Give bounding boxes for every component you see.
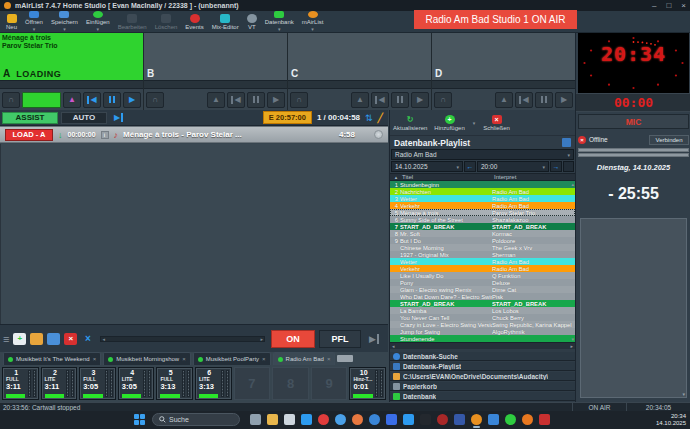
eject-icon[interactable]: ▲ — [207, 92, 225, 108]
store-icon[interactable] — [284, 414, 295, 425]
playlist-row[interactable]: 3 Wetter Radio Am Bad — [390, 195, 575, 202]
playlist-row[interactable]: 1927 - Original Mix Sherman — [390, 251, 575, 258]
cartwall-slot[interactable]: 7 — [234, 367, 271, 400]
chevron-down-icon[interactable]: ▾ — [311, 26, 314, 32]
playlist-row[interactable]: 8 Mr. Soft Kormac — [390, 230, 575, 237]
playlist-row[interactable]: 4 Verkehr Radio Am Bad — [390, 202, 575, 209]
collapsed-panel-header[interactable]: Datenbank-Suche — [390, 352, 575, 361]
skip-next-icon[interactable]: ▶ — [114, 113, 123, 122]
banner-icon[interactable] — [539, 414, 550, 425]
scroll-down-icon[interactable]: ▾ — [682, 391, 685, 397]
cartwall-tab[interactable]: Radio Am Bad × — [273, 352, 336, 365]
playlist-row[interactable]: Like I Usually Do Q Funktion — [390, 272, 575, 279]
playlist-row[interactable]: You Never Can Tell Chuck Berry — [390, 314, 575, 321]
playlist-empty-area[interactable] — [0, 144, 388, 324]
wrench-icon[interactable] — [488, 414, 499, 425]
cartwall-slot[interactable]: 8 — [272, 367, 309, 400]
toolbar-button[interactable]: Mix-Editor — [208, 11, 243, 32]
scroll-left-icon[interactable]: ◂ — [392, 343, 395, 349]
edit-pencil-icon[interactable]: ╱ — [378, 113, 383, 123]
tiles-icon[interactable] — [454, 414, 465, 425]
outlook-icon[interactable] — [301, 414, 312, 425]
previous-icon[interactable]: ◀ — [227, 92, 245, 108]
pause-icon[interactable] — [103, 92, 121, 108]
menu-icon[interactable]: ≡ — [3, 333, 9, 345]
info-icon[interactable]: i — [101, 131, 109, 139]
playlist-entry-row[interactable]: LOAD - A ↓ 00:00:00 i ♪ Ménage à trois -… — [0, 126, 388, 143]
close-tab-icon[interactable]: × — [182, 356, 186, 362]
cartwall-slot[interactable]: 10 Hinz-T... 0:01 — [349, 367, 386, 400]
player-d-display[interactable]: D — [432, 33, 575, 80]
chevron-down-icon[interactable]: ▾ — [33, 26, 36, 32]
system-clock[interactable]: 20:34 14.10.2025 — [656, 413, 686, 427]
cartwall-slot[interactable]: 5 FULL 3:13 — [156, 367, 193, 400]
search-input[interactable]: Suche — [152, 413, 240, 426]
close-tab-icon[interactable]: × — [262, 356, 266, 362]
cartwall-slot[interactable]: 3 FULL 3:05 — [79, 367, 116, 400]
hour-select[interactable]: 20:00▾ — [477, 161, 549, 172]
mic-button[interactable]: MIC — [578, 114, 689, 129]
refresh-button[interactable]: ↻ Aktualisieren — [393, 115, 427, 131]
pause-icon[interactable] — [247, 92, 265, 108]
horizontal-scrollbar[interactable]: ◂ ▸ — [390, 342, 575, 349]
cartwall-slot[interactable]: 4 LITE 3:05 — [118, 367, 155, 400]
pfl-headphone-icon[interactable]: ∩ — [434, 92, 452, 108]
headset-icon[interactable] — [437, 414, 448, 425]
scroll-right-icon[interactable]: ▸ — [570, 343, 573, 349]
close-tab-icon[interactable]: × — [327, 356, 331, 362]
cartwall-slot[interactable]: 1 FULL 3:11 — [2, 367, 39, 400]
close-panel-button[interactable]: × Schließen — [483, 115, 510, 131]
close-tab-icon[interactable]: × — [93, 356, 97, 362]
sort-arrow-icon[interactable]: ▴ — [390, 174, 402, 180]
next-hour-icon[interactable]: → — [550, 161, 562, 172]
playlist-row[interactable]: Who Dat Down Dare? - Electro Swin... Pis… — [390, 293, 575, 300]
toolbar-button[interactable]: Speichern ▾ — [47, 11, 82, 32]
date-select[interactable]: 14.10.2025▾ — [391, 161, 463, 172]
copilot-icon[interactable] — [335, 414, 346, 425]
scroll-left-icon[interactable]: ◂ — [102, 336, 105, 342]
whatsapp-icon[interactable] — [505, 414, 516, 425]
cartwall-tab[interactable]: Musikbett PoolParty × — [193, 352, 271, 365]
new-page-icon[interactable]: + — [13, 333, 26, 345]
open-folder-icon[interactable] — [30, 333, 43, 345]
close-x-icon[interactable]: × — [64, 333, 77, 345]
auto-button[interactable]: AUTO — [61, 112, 107, 124]
start-button[interactable] — [134, 414, 146, 426]
player-a-display[interactable]: Ménage à trois Parov Stelar Trio A LOADI… — [0, 33, 143, 80]
mairlist-icon[interactable] — [471, 414, 482, 425]
cartwall-scrollbar[interactable]: ◂▸ — [100, 336, 265, 342]
cartwall-slot[interactable]: 9 — [311, 367, 348, 400]
column-title[interactable]: Titel — [402, 174, 494, 180]
tools-icon[interactable]: × — [81, 333, 94, 345]
toolbar-button[interactable]: Neu — [2, 11, 21, 32]
previous-icon[interactable]: ◀ — [371, 92, 389, 108]
playlist-row[interactable]: 1 Stundenbeginn — [390, 181, 575, 188]
shield-icon[interactable] — [386, 414, 397, 425]
playlist-row[interactable]: 6 Sunny Side of the Street Shazalakazoo — [390, 216, 575, 223]
toolbar-button[interactable]: mAirList ▾ — [298, 11, 328, 32]
cartwall-pfl-button[interactable]: PFL — [319, 330, 361, 348]
playlist-row[interactable]: 9 But I Do Poldoore — [390, 237, 575, 244]
playlist-row[interactable]: La Bamba Los Lobos — [390, 307, 575, 314]
collapsed-panel-header[interactable]: Papierkorb — [390, 382, 575, 391]
mail-icon[interactable] — [352, 414, 363, 425]
chevron-down-icon[interactable]: ▾ — [63, 26, 66, 32]
save-disk-icon[interactable] — [47, 333, 60, 345]
toolbar-button[interactable]: Bearbeiten — [114, 11, 151, 32]
toolbar-button[interactable]: Löschen — [151, 11, 182, 32]
player-c-display[interactable]: C — [288, 33, 431, 80]
pause-icon[interactable] — [535, 92, 553, 108]
cartwall-slot[interactable]: 2 LITE 3:11 — [41, 367, 78, 400]
chevron-down-icon[interactable]: ▾ — [473, 120, 476, 126]
notes-box[interactable]: ▾ — [580, 218, 687, 398]
collapsed-panel-header[interactable]: Datenbank — [390, 392, 575, 401]
cartwall-skip-icon[interactable]: ▶ — [369, 334, 379, 344]
player-b-display[interactable]: B — [144, 33, 287, 80]
play-icon[interactable]: ▶ — [411, 92, 429, 108]
toolbar-button[interactable]: VT — [243, 11, 261, 32]
close-icon[interactable]: × — [681, 0, 686, 11]
pfl-headphone-icon[interactable]: ∩ — [146, 92, 164, 108]
sort-icon[interactable]: ⇅ — [365, 113, 373, 123]
playlist-row[interactable]: Stundenende — [390, 335, 575, 342]
pause-icon[interactable] — [391, 92, 409, 108]
